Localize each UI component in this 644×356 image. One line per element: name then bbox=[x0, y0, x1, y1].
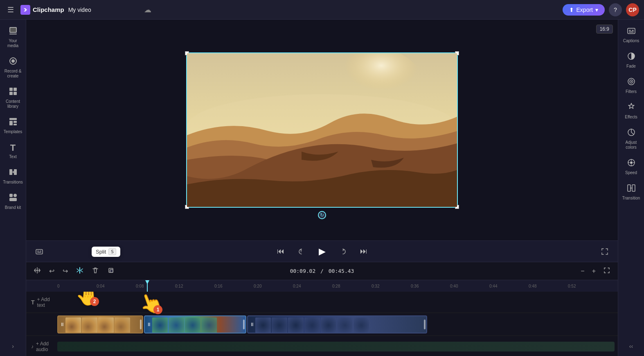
captions-tool-icon bbox=[627, 26, 636, 37]
ruler-mark: 0:36 bbox=[411, 284, 450, 288]
svg-rect-2 bbox=[10, 28, 16, 32]
content-library-icon bbox=[9, 87, 18, 98]
app-name: Clipchamp bbox=[33, 6, 64, 13]
transition-tool-icon bbox=[627, 184, 636, 195]
svg-rect-14 bbox=[9, 169, 12, 175]
ruler-mark: 0:48 bbox=[529, 284, 568, 288]
clip-thumbnail bbox=[272, 317, 287, 333]
sidebar-item-record-create[interactable]: Record & create bbox=[2, 53, 25, 82]
right-sidebar-collapse-button[interactable]: ‹‹ bbox=[626, 340, 636, 353]
svg-point-17 bbox=[14, 194, 17, 197]
drag-tool-button[interactable] bbox=[31, 265, 43, 277]
ruler-mark: 0:04 bbox=[97, 284, 136, 288]
redo-button[interactable]: ↪ bbox=[60, 265, 70, 277]
video-clip-blue[interactable]: ⏸ bbox=[247, 315, 427, 333]
svg-rect-29 bbox=[628, 28, 635, 34]
save-status-icon: ☁ bbox=[144, 5, 151, 14]
split-button[interactable] bbox=[74, 265, 86, 277]
clip-thumbnail bbox=[288, 317, 304, 333]
add-audio-button[interactable]: ♪ + Add audio bbox=[26, 341, 57, 352]
add-text-button[interactable]: T + Add text bbox=[26, 297, 57, 308]
export-button[interactable]: ⬆ Export ▾ bbox=[563, 4, 605, 16]
sidebar-item-label-record-create: Record & create bbox=[5, 69, 22, 79]
help-button[interactable]: ? bbox=[609, 3, 622, 16]
effects-tool-label: Effects bbox=[625, 115, 637, 120]
skip-forward-button[interactable]: ⏭ bbox=[358, 245, 370, 258]
clip-thumbnail bbox=[304, 317, 320, 333]
sidebar-item-text[interactable]: T Text bbox=[2, 139, 25, 163]
fullscreen-button[interactable] bbox=[598, 245, 611, 258]
desert-scene-svg bbox=[187, 53, 457, 207]
export-label: Export bbox=[576, 7, 593, 13]
right-tool-captions[interactable]: Captions bbox=[620, 23, 643, 47]
clip-pause-icon: ⏸ bbox=[60, 322, 65, 327]
right-tool-effects[interactable]: Effects bbox=[620, 99, 643, 123]
undo-button[interactable]: ↩ bbox=[47, 265, 57, 277]
video-clip-colorful[interactable]: ⏸ bbox=[144, 315, 246, 333]
skip-back-button[interactable]: ⏮ bbox=[275, 245, 287, 258]
fast-forward-button[interactable] bbox=[336, 245, 349, 258]
audio-track-icon: ♪ bbox=[31, 344, 34, 349]
add-audio-label: + Add audio bbox=[36, 341, 52, 352]
rotate-handle[interactable]: ↻ bbox=[318, 211, 326, 219]
sidebar-item-your-media[interactable]: Your media bbox=[2, 23, 25, 52]
svg-rect-12 bbox=[14, 121, 17, 123]
sidebar-expand-button[interactable]: › bbox=[9, 340, 17, 353]
sidebar-item-content-library[interactable]: Content library bbox=[2, 84, 25, 112]
timeline-section: Split S ↩ ↪ bbox=[26, 262, 618, 356]
clip-pause-icon: ⏸ bbox=[146, 322, 151, 327]
timeline-ruler[interactable]: 0 0:04 0:08 0:12 0:16 0:20 0:24 0:28 0:3… bbox=[26, 280, 618, 292]
svg-rect-6 bbox=[9, 88, 13, 91]
user-avatar[interactable]: CP bbox=[626, 3, 639, 16]
logo-icon bbox=[20, 5, 30, 15]
rewind-button[interactable]: 5 bbox=[295, 245, 308, 258]
zoom-out-button[interactable]: − bbox=[578, 265, 587, 277]
templates-icon bbox=[9, 117, 18, 128]
hamburger-menu[interactable]: ☰ bbox=[5, 3, 16, 17]
play-pause-button[interactable]: ▶ bbox=[316, 244, 328, 259]
video-title-input[interactable] bbox=[68, 7, 140, 13]
duplicate-button[interactable] bbox=[105, 265, 117, 277]
clip-end-handle[interactable] bbox=[140, 320, 142, 329]
ruler-mark: 0:08 bbox=[136, 284, 175, 288]
captions-toggle-button[interactable] bbox=[33, 245, 46, 258]
playhead[interactable] bbox=[147, 280, 148, 292]
zoom-in-button[interactable]: + bbox=[590, 265, 598, 277]
svg-rect-10 bbox=[9, 118, 17, 120]
captions-tool-label: Captions bbox=[623, 39, 639, 43]
add-text-label: + Add text bbox=[37, 297, 52, 308]
sidebar-item-label-text: Text bbox=[9, 154, 16, 159]
ruler-mark: 0:24 bbox=[293, 284, 332, 288]
timeline-tracks: T + Add text ⏸ bbox=[26, 292, 618, 356]
sidebar-item-label-templates: Templates bbox=[4, 129, 23, 134]
transitions-icon bbox=[9, 168, 18, 179]
sidebar-item-brand-kit[interactable]: Brand kit bbox=[2, 190, 25, 213]
fit-timeline-button[interactable] bbox=[601, 265, 613, 277]
right-tool-transition[interactable]: Transition bbox=[620, 180, 643, 204]
clip-thumbnail bbox=[98, 317, 114, 333]
svg-rect-25 bbox=[37, 252, 41, 253]
clip-end-handle[interactable] bbox=[424, 320, 426, 329]
right-tool-filters[interactable]: Filters bbox=[620, 74, 643, 98]
ruler-mark: 0:52 bbox=[568, 284, 607, 288]
aspect-ratio-badge[interactable]: 16:9 bbox=[596, 25, 613, 34]
svg-rect-41 bbox=[632, 185, 635, 191]
split-tooltip-label: Split bbox=[96, 249, 106, 255]
right-tool-fade[interactable]: Fade bbox=[620, 48, 643, 72]
delete-clip-button[interactable] bbox=[89, 265, 101, 277]
clip-end-handle[interactable] bbox=[243, 320, 245, 329]
ruler-mark: 0:20 bbox=[254, 284, 293, 288]
right-tool-speed[interactable]: Speed bbox=[620, 155, 643, 179]
video-clip-desert[interactable]: ⏸ bbox=[57, 315, 143, 333]
svg-rect-9 bbox=[14, 92, 17, 95]
sidebar-item-transitions[interactable]: Transitions bbox=[2, 164, 25, 188]
transition-tool-label: Transition bbox=[622, 196, 640, 201]
fade-tool-label: Fade bbox=[626, 64, 636, 69]
video-container[interactable]: ↻ bbox=[186, 52, 458, 208]
right-tool-adjust-colors[interactable]: Adjust colors bbox=[620, 125, 643, 153]
speed-tool-label: Speed bbox=[625, 170, 637, 175]
sidebar-item-templates[interactable]: Templates bbox=[2, 114, 25, 138]
svg-rect-32 bbox=[629, 32, 634, 32]
svg-rect-13 bbox=[14, 124, 17, 125]
ruler-mark: 0:16 bbox=[214, 284, 254, 288]
